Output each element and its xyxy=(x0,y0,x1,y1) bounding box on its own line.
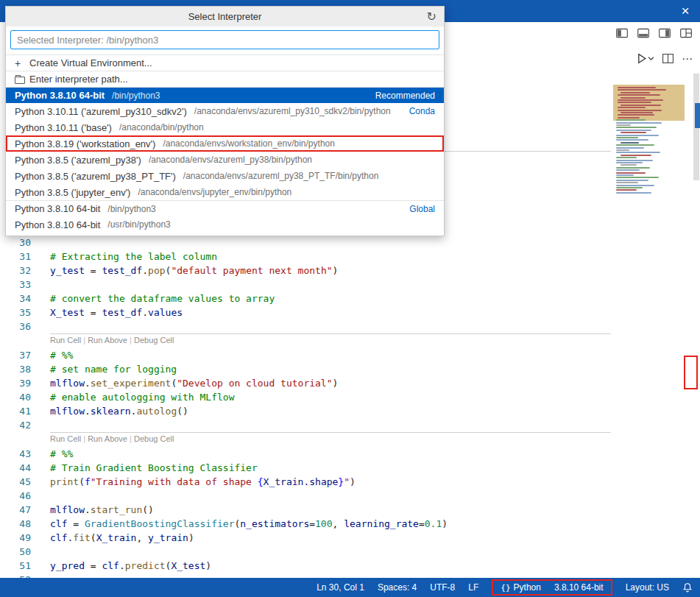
codelens-debug-cell[interactable]: Debug Cell xyxy=(134,336,174,345)
interpreter-option[interactable]: Python 3.10.11 ('base')/anaconda/bin/pyt… xyxy=(6,119,444,135)
interpreter-option[interactable]: Python 3.8.19 ('workstation_env')/anacon… xyxy=(6,135,444,152)
interpreter-path: /anaconda/envs/jupyter_env/bin/python xyxy=(138,187,291,197)
recommended-badge: Recommended xyxy=(375,91,435,101)
code-text: # %% xyxy=(50,447,73,461)
codelens-run-above[interactable]: Run Above xyxy=(88,336,127,345)
minimap-line xyxy=(621,97,646,99)
refresh-icon[interactable]: ↻ xyxy=(427,7,436,27)
code-line: 36 xyxy=(0,319,611,333)
interpreter-option[interactable]: Python 3.10.11 ('azureml_py310_sdkv2')/a… xyxy=(6,103,444,119)
minimap-line xyxy=(621,92,650,93)
line-number: 43 xyxy=(0,447,31,461)
code-text: clf = GradientBoostingClassifier(n_estim… xyxy=(50,517,448,531)
line-number: 35 xyxy=(0,305,31,319)
group-label: Conda xyxy=(409,106,435,116)
notifications-bell-icon[interactable] xyxy=(682,582,693,593)
editor-actions: ⋯ xyxy=(635,52,693,65)
braces-icon: {} xyxy=(501,583,510,593)
interpreter-search-input[interactable] xyxy=(10,30,439,49)
line-number: 46 xyxy=(0,489,31,503)
interpreter-input-wrap xyxy=(6,27,444,52)
code-text: clf.fit(X_train, y_train) xyxy=(50,531,194,545)
minimap-line xyxy=(618,117,640,119)
code-line: 43# %% xyxy=(0,447,611,461)
code-line: 37# %% xyxy=(0,348,611,362)
minimap-line xyxy=(618,87,656,88)
minimap-line xyxy=(621,105,661,106)
line-number: 45 xyxy=(0,475,31,489)
toggle-panel-icon[interactable] xyxy=(637,27,650,40)
dialog-header: Select Interpreter ↻ xyxy=(6,7,444,27)
python-interpreter-indicator[interactable]: 3.8.10 64-bit xyxy=(554,582,604,593)
group-label: Global xyxy=(409,204,435,214)
layout-controls xyxy=(615,27,693,40)
minimap-line xyxy=(616,139,648,141)
interpreter-path: /usr/bin/python3 xyxy=(107,219,170,230)
code-text: # convert the dataframe values to array xyxy=(50,292,275,305)
line-number: 42 xyxy=(0,418,31,432)
line-number: 36 xyxy=(0,319,31,333)
status-item[interactable]: Spaces: 4 xyxy=(378,582,417,593)
customize-layout-icon[interactable] xyxy=(679,27,693,40)
interpreter-option[interactable]: Python 3.8.10 64-bit/usr/bin/python3 xyxy=(6,216,444,233)
toggle-primary-sidebar-icon[interactable] xyxy=(615,27,629,40)
code-text: print(f"Training with data of shape {X_t… xyxy=(50,475,356,489)
minimap-line xyxy=(621,132,646,133)
minimap-line xyxy=(616,137,638,138)
more-actions-icon[interactable]: ⋯ xyxy=(682,53,693,65)
interpreter-list: +Create Virtual Environment...Enter inte… xyxy=(6,52,444,236)
window-close-icon[interactable]: × xyxy=(674,0,697,22)
plus-icon: + xyxy=(15,57,29,69)
minimap-line xyxy=(616,130,651,131)
minimap[interactable] xyxy=(613,85,685,201)
code-area: 3031# Extracting the label column32y_tes… xyxy=(0,236,611,587)
minimap-line xyxy=(616,152,660,153)
code-line: 38# set name for logging xyxy=(0,362,611,376)
codelens-run-above[interactable]: Run Above xyxy=(88,434,127,443)
annotation-box-scrollbar xyxy=(684,356,698,389)
interpreter-option[interactable]: Python 3.8.5 ('jupyter_env')/anaconda/en… xyxy=(6,184,444,200)
minimap-line xyxy=(616,187,643,188)
minimap-line xyxy=(616,144,654,146)
interpreter-path: /bin/python3 xyxy=(107,204,155,214)
code-line: 34# convert the dataframe values to arra… xyxy=(0,292,611,305)
codelens-run-cell[interactable]: Run Cell xyxy=(50,434,81,443)
interpreter-option[interactable]: Python 3.8.5 ('azureml_py38_PT_TF')/anac… xyxy=(6,168,444,184)
dialog-title: Select Interpreter xyxy=(188,11,262,22)
codelens-debug-cell[interactable]: Debug Cell xyxy=(134,434,174,443)
code-text: mlflow.set_experiment("Develop on cloud … xyxy=(50,376,338,390)
code-line: 42 xyxy=(0,418,611,432)
status-item[interactable]: UTF-8 xyxy=(430,582,455,593)
interpreter-path: /anaconda/envs/azureml_py310_sdkv2/bin/p… xyxy=(194,106,391,116)
minimap-line xyxy=(616,177,659,178)
code-text: # Extracting the label column xyxy=(50,250,217,264)
language-mode-indicator[interactable]: {}Python xyxy=(501,582,541,593)
toggle-secondary-sidebar-icon[interactable] xyxy=(658,27,671,40)
line-number: 51 xyxy=(0,559,31,573)
status-item[interactable]: Ln 30, Col 1 xyxy=(317,582,364,593)
code-line: 39mlflow.set_experiment("Develop on clou… xyxy=(0,376,611,390)
code-line: 48clf = GradientBoostingClassifier(n_est… xyxy=(0,517,611,531)
interpreter-option[interactable]: Python 3.8.5 ('azureml_py38')/anaconda/e… xyxy=(6,152,444,168)
codelens-separator: | xyxy=(81,434,88,443)
quickpick-command[interactable]: +Create Virtual Environment... xyxy=(6,54,444,71)
folder-icon xyxy=(15,75,29,84)
code-line: 35X_test = test_df.values xyxy=(0,305,611,319)
split-editor-icon[interactable] xyxy=(662,52,674,65)
status-item[interactable]: LF xyxy=(468,582,478,593)
run-python-file-icon[interactable] xyxy=(635,52,654,65)
minimap-line xyxy=(616,180,648,181)
interpreter-name: Python 3.10.11 ('azureml_py310_sdkv2') xyxy=(15,106,187,117)
code-line: 44# Train Gradient Boosting Classifier xyxy=(0,461,611,475)
interpreter-option[interactable]: Python 3.8.10 64-bit/bin/python3Recommen… xyxy=(6,87,444,103)
quickpick-command[interactable]: Enter interpreter path... xyxy=(6,71,444,87)
keyboard-layout-indicator[interactable]: Layout: US xyxy=(626,582,669,593)
command-label: Enter interpreter path... xyxy=(29,74,128,85)
line-number: 44 xyxy=(0,461,31,475)
line-number: 50 xyxy=(0,545,31,559)
interpreter-option[interactable]: Python 3.8.10 64-bit/bin/python3Global xyxy=(6,200,444,216)
line-number: 32 xyxy=(0,264,31,278)
status-items: Ln 30, Col 1Spaces: 4UTF-8LF xyxy=(317,582,478,593)
codelens-run-cell[interactable]: Run Cell xyxy=(50,336,81,345)
code-text: X_test = test_df.values xyxy=(50,305,183,319)
